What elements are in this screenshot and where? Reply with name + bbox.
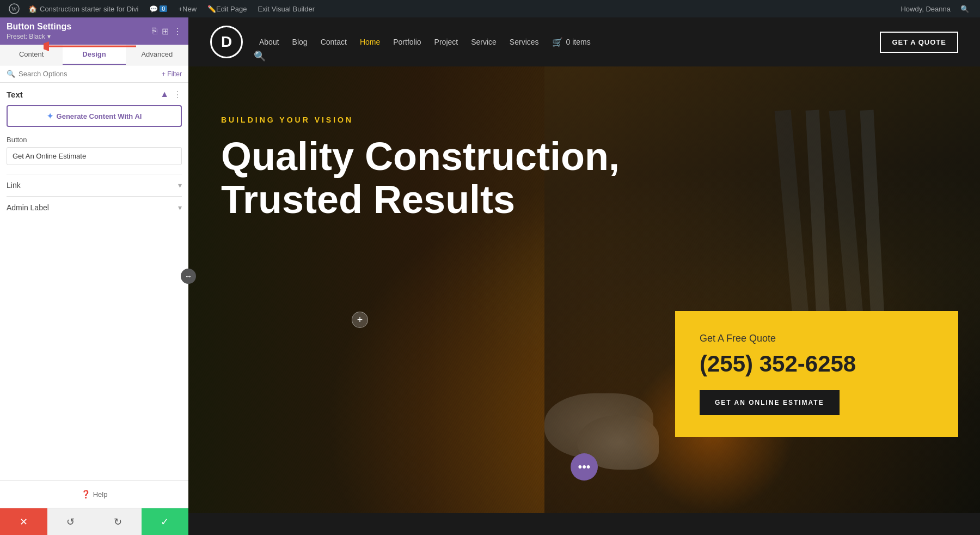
- hero-title-line2: Trusted Results: [221, 178, 657, 221]
- link-accordion-header[interactable]: Link ▾: [7, 181, 182, 190]
- hero-title-line1: Quality Construction,: [221, 135, 657, 178]
- button-text-input[interactable]: [7, 147, 182, 165]
- cart-icon: 🛒: [552, 37, 563, 47]
- comments-bar-item[interactable]: 💬 0: [144, 0, 173, 17]
- admin-label-accordion-header[interactable]: Admin Label ▾: [7, 203, 182, 212]
- site-nav: D About Blog Contact Home Portfolio Proj…: [188, 17, 980, 66]
- more-options-icon[interactable]: ⋮: [173, 26, 182, 37]
- nav-project[interactable]: Project: [434, 38, 458, 46]
- quote-card-phone: (255) 352-6258: [700, 351, 934, 377]
- filter-button[interactable]: + Filter: [162, 70, 182, 78]
- site-name-bar-item[interactable]: 🏠 Construction starter site for Divi: [23, 0, 144, 17]
- add-section-button[interactable]: +: [352, 312, 368, 328]
- columns-icon[interactable]: ⊞: [162, 26, 169, 37]
- text-section-header: Text ▲ ⋮: [7, 89, 182, 100]
- nav-portfolio[interactable]: Portfolio: [393, 38, 421, 46]
- search-options-input[interactable]: [19, 70, 158, 78]
- help-circle-icon: ❓: [81, 490, 90, 498]
- quote-card: Get A Free Quote (255) 352-6258 GET AN O…: [675, 311, 958, 437]
- site-logo[interactable]: D: [210, 26, 243, 58]
- text-section-collapse-icon[interactable]: ▲: [160, 89, 169, 100]
- howdy-text: Howdy, Deanna: [896, 5, 955, 13]
- new-bar-item[interactable]: + New: [173, 0, 202, 17]
- nav-service[interactable]: Service: [471, 38, 497, 46]
- button-field-label: Button: [7, 136, 182, 144]
- wp-admin-bar: W 🏠 Construction starter site for Divi 💬…: [0, 0, 980, 17]
- help-button[interactable]: ❓ Help: [81, 490, 108, 498]
- search-bar-item[interactable]: 🔍: [955, 0, 975, 17]
- panel-resize-handle[interactable]: ↔: [181, 269, 196, 284]
- nav-search-row: 🔍: [254, 50, 266, 62]
- svg-text:W: W: [11, 6, 17, 12]
- help-section: ❓ Help: [0, 480, 188, 508]
- site-nav-links: About Blog Contact Home Portfolio Projec…: [259, 37, 869, 47]
- cancel-button[interactable]: ✕: [0, 508, 47, 535]
- search-icon: 🔍: [7, 70, 15, 78]
- bottom-fab-button[interactable]: •••: [571, 453, 598, 481]
- panel-bottom-bar: ✕ ↺ ↻ ✓: [0, 508, 188, 535]
- nav-services[interactable]: Services: [510, 38, 539, 46]
- website-preview: D About Blog Contact Home Portfolio Proj…: [188, 17, 980, 535]
- nav-home[interactable]: Home: [360, 38, 380, 46]
- text-section-menu-icon[interactable]: ⋮: [173, 89, 182, 100]
- hero-title: Quality Construction, Trusted Results: [221, 135, 657, 221]
- hero-section: BUILDING YOUR VISION Quality Constructio…: [188, 66, 980, 513]
- site-logo-small: 🏠: [28, 5, 37, 13]
- nav-contact[interactable]: Contact: [321, 38, 347, 46]
- panel-content: Text ▲ ⋮ ✦ Generate Content With AI Butt…: [0, 83, 188, 480]
- generate-ai-button[interactable]: ✦ Generate Content With AI: [7, 105, 182, 127]
- panel-search-bar: 🔍 + Filter: [0, 65, 188, 83]
- exit-builder-bar-item[interactable]: Exit Visual Builder: [252, 0, 320, 17]
- admin-label-chevron-down-icon: ▾: [178, 203, 182, 212]
- copy-icon[interactable]: ⎘: [152, 26, 157, 36]
- link-chevron-down-icon: ▾: [178, 181, 182, 190]
- undo-button[interactable]: ↺: [47, 508, 95, 535]
- quote-card-label: Get A Free Quote: [700, 333, 934, 344]
- main-layout: Button Settings Preset: Black ▾ ⎘ ⊞ ⋮: [0, 17, 980, 535]
- text-section-title: Text: [7, 90, 23, 99]
- edit-page-bar-item[interactable]: ✏️ Edit Page: [202, 0, 252, 17]
- search-nav-icon[interactable]: 🔍: [254, 51, 266, 62]
- link-accordion: Link ▾: [7, 174, 182, 196]
- nav-cart[interactable]: 🛒 0 items: [552, 37, 591, 47]
- quote-card-button[interactable]: GET AN ONLINE ESTIMATE: [700, 390, 840, 415]
- redo-button[interactable]: ↻: [94, 508, 142, 535]
- nav-about[interactable]: About: [259, 38, 279, 46]
- red-arrow-indicator: [44, 38, 142, 57]
- left-panel: Button Settings Preset: Black ▾ ⎘ ⊞ ⋮: [0, 17, 188, 535]
- wp-logo-icon[interactable]: W: [5, 0, 23, 17]
- quote-nav-button[interactable]: GET A QUOTE: [880, 32, 958, 53]
- save-button[interactable]: ✓: [142, 508, 189, 535]
- ai-icon: ✦: [47, 112, 53, 120]
- hero-tagline: BUILDING YOUR VISION: [221, 115, 947, 124]
- panel-header-icons: ⎘ ⊞ ⋮: [152, 26, 182, 37]
- panel-title: Button Settings: [7, 22, 71, 32]
- hero-content: BUILDING YOUR VISION Quality Constructio…: [188, 99, 980, 238]
- admin-label-accordion: Admin Label ▾: [7, 196, 182, 218]
- nav-blog[interactable]: Blog: [292, 38, 308, 46]
